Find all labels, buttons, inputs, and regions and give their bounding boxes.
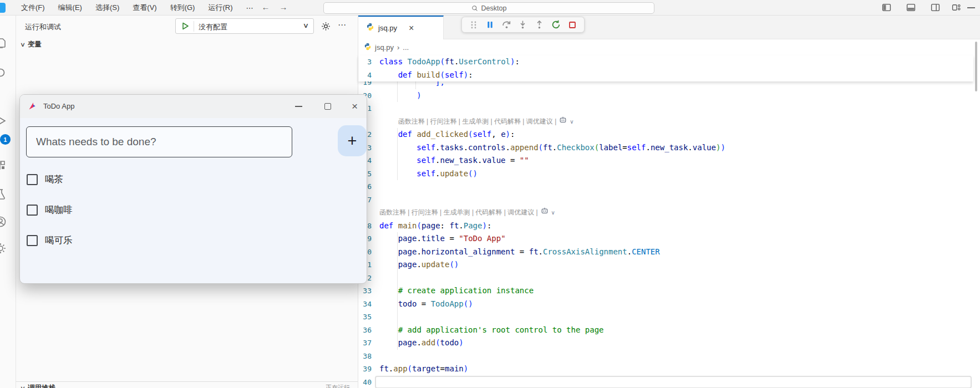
ai-codelens[interactable]: 函数注释 | 行间注释 | 生成单测 | 代码解释 | 调优建议 |∨	[398, 115, 574, 129]
code-text[interactable]: )	[417, 89, 421, 103]
toggle-secondary-sidebar-icon[interactable]	[931, 3, 941, 13]
toolbar-drag-handle[interactable]	[468, 19, 479, 30]
task-row[interactable]: 喝可乐	[27, 234, 73, 247]
code-text[interactable]: class TodoApp(ft.UserControl):	[379, 55, 520, 69]
code-line[interactable]: 33# create application instance	[0, 284, 980, 298]
test-explorer-icon[interactable]	[0, 187, 7, 201]
todo-maximize-icon[interactable]	[324, 103, 331, 110]
codelens-label[interactable]: 函数注释 | 行间注释 | 生成单测 | 代码解释 | 调优建议 |	[379, 206, 538, 219]
code-text[interactable]: # add application's root control to the …	[398, 324, 604, 337]
task-checkbox[interactable]	[27, 235, 38, 246]
code-text[interactable]: page.add(todo)	[398, 336, 464, 350]
add-task-button[interactable]: +	[338, 125, 367, 156]
breadcrumb[interactable]: jsq.py › ...	[358, 39, 980, 55]
command-center-search[interactable]: Desktop	[323, 2, 654, 14]
breadcrumb-file[interactable]: jsq.py	[375, 43, 394, 52]
toggle-panel-icon[interactable]	[906, 3, 916, 13]
menu-item[interactable]: 查看(V)	[126, 3, 163, 13]
chevron-down-icon[interactable]: ∨	[551, 206, 555, 219]
start-debug-icon[interactable]	[181, 22, 190, 30]
step-out-button[interactable]	[534, 19, 545, 30]
code-text[interactable]: def main(page: ft.Page):	[379, 219, 491, 233]
codelens-label[interactable]: 函数注释 | 行间注释 | 生成单测 | 代码解释 | 调优建议 |	[398, 115, 557, 129]
breadcrumb-more[interactable]: ...	[403, 43, 409, 52]
line-number[interactable]: 3	[343, 55, 372, 69]
extensions-icon[interactable]	[0, 159, 7, 172]
line-number[interactable]: 4	[343, 69, 372, 82]
menu-more-button[interactable]: ⋯	[239, 4, 260, 12]
toggle-primary-sidebar-icon[interactable]	[882, 3, 892, 13]
new-task-input[interactable]	[26, 126, 292, 157]
ai-codelens[interactable]: 函数注释 | 行间注释 | 生成单测 | 代码解释 | 调优建议 |∨	[379, 206, 555, 219]
dropdown-divider	[194, 21, 194, 32]
task-checkbox[interactable]	[27, 205, 38, 216]
line-number[interactable]: 37	[343, 336, 372, 350]
todo-app-window[interactable]: ToDo App × + 喝茶喝咖啡喝可乐	[19, 94, 367, 284]
line-number[interactable]: 38	[343, 350, 372, 363]
account-icon[interactable]	[0, 215, 7, 228]
task-row[interactable]: 喝咖啡	[27, 204, 73, 216]
debug-settings-gear-icon[interactable]	[321, 22, 331, 31]
menu-item[interactable]: 编辑(E)	[52, 3, 89, 13]
code-line[interactable]: 4def build(self):	[0, 69, 615, 82]
editor-scrollbar[interactable]	[975, 42, 977, 91]
task-checkbox[interactable]	[27, 174, 38, 185]
code-line[interactable]: 37page.add(todo)	[0, 336, 980, 350]
task-row[interactable]: 喝茶	[27, 173, 63, 186]
line-number[interactable]: 36	[343, 324, 372, 337]
menu-item[interactable]: 运行(R)	[201, 3, 239, 13]
code-line[interactable]: 36# add application's root control to th…	[0, 324, 980, 337]
code-line[interactable]: 3class TodoApp(ft.UserControl):	[0, 55, 615, 69]
explorer-icon[interactable]	[0, 37, 7, 50]
code-line[interactable]: 35	[0, 310, 980, 324]
variables-section-header[interactable]: ∨ 变量	[21, 40, 42, 49]
window-minimize-button[interactable]	[967, 7, 975, 8]
menu-item[interactable]: 文件(F)	[14, 3, 52, 13]
code-text[interactable]: ft.app(target=main)	[379, 363, 468, 376]
menu-item[interactable]: 选择(S)	[89, 3, 126, 13]
ai-assistant-icon[interactable]	[559, 115, 567, 129]
chevron-down-icon[interactable]: ∨	[570, 115, 573, 129]
restart-button[interactable]	[550, 19, 561, 30]
code-line[interactable]: 38	[0, 350, 980, 363]
todo-minimize-icon[interactable]	[295, 106, 302, 107]
code-text[interactable]: self.tasks.controls.append(ft.Checkbox(l…	[417, 141, 725, 155]
code-token: )	[720, 143, 725, 152]
code-text[interactable]: def build(self):	[398, 69, 473, 82]
tab-close-icon[interactable]: ×	[409, 24, 414, 33]
customize-layout-icon[interactable]	[952, 3, 962, 13]
step-over-button[interactable]	[501, 19, 512, 30]
task-label[interactable]: 喝茶	[45, 173, 63, 186]
ai-assistant-icon[interactable]	[541, 206, 549, 219]
task-label[interactable]: 喝可乐	[45, 234, 73, 247]
line-number[interactable]: 40	[343, 376, 372, 388]
settings-gear-icon[interactable]	[0, 242, 7, 255]
todo-close-icon[interactable]: ×	[352, 100, 358, 113]
line-number[interactable]: 35	[343, 310, 372, 324]
code-text[interactable]: todo = TodoApp()	[398, 298, 473, 311]
line-number[interactable]: 34	[343, 298, 372, 311]
tab-jsq-py[interactable]: jsq.py ×	[358, 16, 444, 39]
debug-config-dropdown[interactable]: 没有配置 ∨	[175, 18, 314, 34]
code-text[interactable]: page.update()	[398, 258, 459, 272]
code-line[interactable]: 34todo = TodoApp()	[0, 298, 980, 311]
menu-item[interactable]: 转到(G)	[164, 3, 202, 13]
line-number[interactable]: 33	[343, 284, 372, 298]
history-forward-button[interactable]: →	[277, 2, 290, 12]
step-into-button[interactable]	[517, 19, 529, 30]
pause-button[interactable]	[485, 19, 496, 30]
run-and-debug-icon[interactable]	[0, 114, 7, 127]
history-back-button[interactable]: ←	[260, 2, 272, 12]
code-text[interactable]: self.new_task.value = ""	[417, 154, 529, 167]
line-number[interactable]: 39	[343, 363, 372, 376]
code-text[interactable]: def add_clicked(self, e):	[398, 128, 515, 141]
stop-button[interactable]	[567, 19, 578, 30]
code-line[interactable]: 39ft.app(target=main)	[0, 363, 980, 376]
task-label[interactable]: 喝咖啡	[45, 204, 73, 216]
code-line[interactable]: 40	[0, 376, 980, 388]
code-text[interactable]: self.update()	[417, 167, 478, 181]
code-text[interactable]: # create application instance	[398, 284, 534, 298]
sidebar-more-actions[interactable]: ⋯	[338, 20, 347, 30]
code-text[interactable]: page.title = "ToDo App"	[398, 232, 506, 246]
code-text[interactable]: page.horizontal_alignment = ft.CrossAxis…	[398, 246, 660, 259]
